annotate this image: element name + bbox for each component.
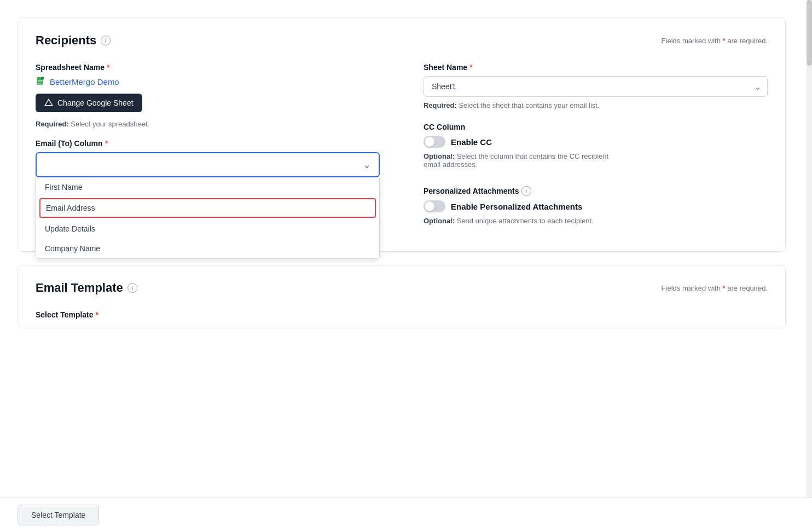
dropdown-chevron: ⌄ [363, 159, 371, 171]
spreadsheet-link[interactable]: BetterMergo Demo [36, 76, 380, 87]
attachments-info-icon[interactable]: i [521, 186, 531, 196]
attachments-hint: Optional: Send unique attachments to eac… [424, 217, 768, 225]
svg-rect-5 [38, 83, 41, 84]
dropdown-option-update-details[interactable]: Update Details [36, 219, 379, 239]
sheet-name-select[interactable]: Sheet1 [424, 76, 768, 97]
dropdown-option-first-name[interactable]: First Name [36, 177, 379, 197]
sheet-name-group: Sheet Name * Sheet1 ⌄ Required: Select t… [424, 63, 768, 109]
drive-icon [44, 99, 53, 107]
dropdown-option-company-name[interactable]: Company Name [36, 239, 379, 258]
recipients-title-text: Recipients [36, 33, 96, 48]
email-template-title: Email Template i [36, 281, 137, 295]
email-template-required-note: Fields marked with * are required. [662, 284, 768, 292]
email-to-dropdown-trigger[interactable]: ⌄ [36, 152, 380, 177]
recipients-left-col: Spreadsheet Name * [36, 63, 380, 236]
enable-cc-label: Enable CC [451, 137, 492, 147]
enable-attachments-label: Enable Personalized Attachments [451, 202, 582, 211]
page-container: Recipients i Fields marked with * are re… [0, 0, 812, 532]
content-area: Recipients i Fields marked with * are re… [0, 0, 812, 346]
recipients-section: Recipients i Fields marked with * are re… [18, 18, 786, 252]
bottom-bar: Select Template [0, 498, 812, 532]
recipients-title: Recipients i [36, 33, 111, 48]
email-to-column-group: Email (To) Column * ⌄ First Name Email A… [36, 139, 380, 177]
attachments-toggle[interactable] [424, 200, 445, 212]
email-template-section-header: Email Template i Fields marked with * ar… [36, 281, 768, 295]
svg-rect-3 [38, 80, 42, 81]
change-google-sheet-button[interactable]: Change Google Sheet [36, 94, 142, 112]
select-template-button[interactable]: Select Template [18, 505, 99, 525]
cc-column-label: CC Column [424, 123, 768, 131]
email-template-section: Email Template i Fields marked with * ar… [18, 265, 786, 328]
attachments-toggle-row: Enable Personalized Attachments [424, 200, 768, 212]
spreadsheet-name-group: Spreadsheet Name * [36, 63, 380, 128]
recipients-right-col: Sheet Name * Sheet1 ⌄ Required: Select t… [424, 63, 768, 236]
cc-hint: Optional: Select the column that contain… [424, 152, 768, 169]
email-template-info-icon[interactable]: i [127, 283, 137, 293]
svg-rect-4 [38, 82, 42, 82]
recipients-info-icon[interactable]: i [101, 36, 111, 45]
personalized-attachments-label: Personalized Attachments i [424, 186, 768, 196]
sheet-name-label: Sheet Name * [424, 63, 768, 72]
spreadsheet-name-label: Spreadsheet Name * [36, 63, 380, 72]
cc-toggle-row: Enable CC [424, 136, 768, 148]
cc-column-group: CC Column Enable CC Optional: Select the… [424, 123, 768, 169]
dropdown-option-email-address[interactable]: Email Address [39, 198, 376, 218]
email-to-column-label: Email (To) Column * [36, 139, 380, 148]
recipients-two-col: Spreadsheet Name * [36, 63, 768, 236]
svg-marker-6 [45, 99, 52, 105]
personalized-attachments-group: Personalized Attachments i Enable Person… [424, 186, 768, 225]
recipients-required-note: Fields marked with * are required. [662, 37, 768, 45]
cc-toggle[interactable] [424, 136, 445, 148]
email-to-dropdown-menu: First Name Email Address Update Details … [36, 177, 380, 259]
sheet-name-dropdown-wrapper: Sheet1 ⌄ [424, 76, 768, 97]
recipients-section-header: Recipients i Fields marked with * are re… [36, 33, 768, 48]
google-sheets-icon [36, 76, 47, 87]
email-to-dropdown-container: ⌄ First Name Email Address Update Detail… [36, 152, 380, 177]
spreadsheet-hint: Required: Select your spreadsheet. [36, 120, 380, 128]
select-template-label: Select Template * [36, 310, 768, 319]
sheet-hint: Required: Select the sheet that contains… [424, 101, 768, 109]
